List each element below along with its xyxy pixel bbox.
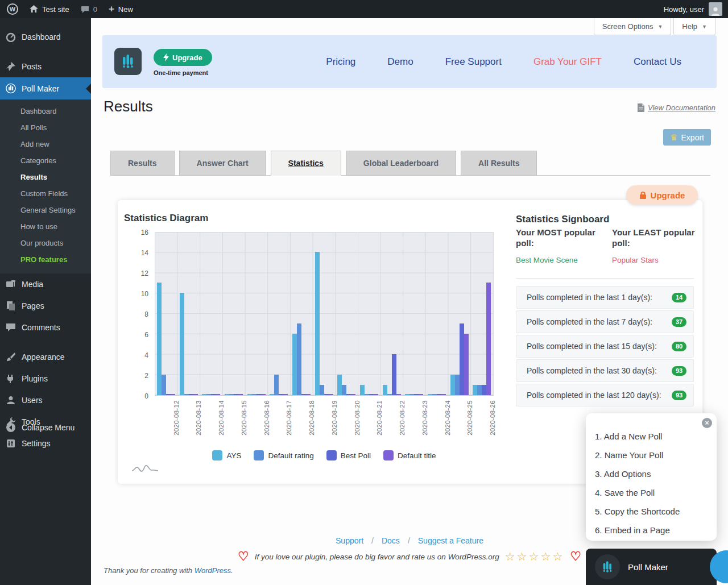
y-tick-label: 12 — [131, 269, 148, 277]
site-name-link[interactable]: Test site — [30, 5, 69, 14]
suggest-feature-link[interactable]: Suggest a Feature — [418, 536, 483, 545]
nav-pricing[interactable]: Pricing — [326, 56, 355, 68]
screen-options-button[interactable]: Screen Options ▼ — [594, 18, 672, 35]
lightning-bolt-icon — [163, 53, 169, 61]
rating-stars[interactable]: ☆☆☆☆☆ — [505, 550, 565, 563]
chart-title: Statistics Diagram — [124, 213, 208, 224]
upgrade-pro-button[interactable]: Upgrade — [626, 185, 698, 205]
count-badge: 14 — [672, 293, 686, 302]
tab-results[interactable]: Results — [110, 151, 175, 176]
submenu-all-polls[interactable]: All Polls — [0, 119, 91, 136]
tab-answer-chart[interactable]: Answer Chart — [179, 151, 266, 176]
support-link[interactable]: Support — [336, 536, 363, 545]
poll-maker-logo — [595, 554, 620, 579]
bar — [234, 394, 238, 395]
legend-label: Default title — [398, 451, 436, 460]
submenu-our-products[interactable]: Our products — [0, 235, 91, 251]
results-tabs: Results Answer Chart Statistics Global L… — [110, 151, 537, 176]
bar — [486, 283, 491, 395]
bar — [460, 323, 464, 395]
bar — [369, 394, 374, 395]
poll-maker-widget[interactable]: Poll Maker — [586, 549, 717, 585]
submenu-pro-features[interactable]: PRO features — [0, 251, 91, 268]
sidebar-item-plugins[interactable]: Plugins — [0, 368, 91, 389]
legend-swatch-icon — [383, 450, 394, 460]
close-icon[interactable]: × — [702, 418, 712, 428]
export-button[interactable]: ♛ Export — [663, 129, 711, 146]
sidebar-item-posts[interactable]: Posts — [0, 56, 91, 77]
wordpress-logo-icon[interactable]: W — [7, 3, 18, 15]
star-icon[interactable]: ☆ — [529, 550, 541, 563]
tab-global-leaderboard[interactable]: Global Leaderboard — [346, 151, 456, 176]
bar — [387, 394, 392, 395]
y-tick-label: 16 — [131, 229, 148, 237]
nav-demo[interactable]: Demo — [387, 56, 413, 68]
chevron-down-icon: ▼ — [657, 24, 663, 30]
sidebar-item-dashboard[interactable]: Dashboard — [0, 26, 91, 48]
signboard-divider — [516, 278, 694, 279]
paintbrush-icon — [6, 352, 16, 362]
account-menu[interactable]: Howdy, user — [664, 2, 728, 16]
star-icon[interactable]: ☆ — [517, 550, 529, 563]
bar — [306, 394, 311, 395]
submenu-results[interactable]: Results — [0, 169, 91, 185]
x-tick-label: 2020-08-16 — [263, 400, 270, 435]
bar-group-2020-08-14 — [200, 233, 222, 395]
tab-all-results[interactable]: All Results — [461, 151, 537, 176]
wordpress-link[interactable]: WordPress — [195, 566, 231, 575]
x-tick-label: 2020-08-19 — [331, 400, 338, 435]
tab-statistics[interactable]: Statistics — [271, 151, 341, 176]
bar — [274, 375, 279, 395]
sidebar-item-media[interactable]: Media — [0, 273, 91, 295]
bar — [211, 394, 216, 395]
bar — [464, 334, 469, 395]
docs-link[interactable]: Docs — [382, 536, 400, 545]
sidebar-item-comments[interactable]: Comments — [0, 317, 91, 338]
x-tick-label: 2020-08-25 — [466, 400, 473, 435]
new-content-button[interactable]: + New — [109, 3, 133, 15]
legend-swatch-icon — [254, 450, 264, 460]
user-icon — [6, 395, 16, 405]
least-popular-block: Your LEAST popular poll: Popular Stars — [612, 227, 703, 265]
collapse-menu-button[interactable]: Collapse Menu — [0, 417, 91, 438]
bar — [477, 385, 482, 395]
bar — [419, 394, 423, 395]
legend-swatch-icon — [326, 450, 337, 460]
bar-group-2020-08-24 — [425, 233, 448, 395]
view-documentation-link[interactable]: View Documentation — [638, 103, 715, 112]
sidebar-item-poll-maker[interactable]: Poll Maker — [0, 77, 91, 99]
quick-guide-popup: × 1. Add a New Poll2. Name Your Poll3. A… — [586, 413, 717, 541]
nav-grab-your-gift[interactable]: Grab Your GIFT — [533, 56, 602, 68]
sidebar-item-users[interactable]: Users — [0, 389, 91, 411]
star-icon[interactable]: ☆ — [552, 550, 564, 563]
sidebar-item-appearance[interactable]: Appearance — [0, 346, 91, 368]
y-tick-label: 0 — [131, 392, 148, 400]
upgrade-button[interactable]: Upgrade — [154, 49, 212, 66]
comments-indicator[interactable]: 0 — [81, 5, 97, 14]
plus-icon: + — [109, 3, 114, 15]
row-label: Polls completed in the last 30 day(s): — [527, 366, 657, 375]
bar — [455, 375, 460, 395]
least-popular-value: Popular Stars — [612, 256, 703, 265]
submenu-custom-fields[interactable]: Custom Fields — [0, 185, 91, 202]
bar — [315, 252, 320, 395]
star-icon[interactable]: ☆ — [505, 550, 517, 563]
star-icon[interactable]: ☆ — [540, 550, 552, 563]
nav-contact-us[interactable]: Contact Us — [634, 56, 681, 68]
legend-item: AYS — [212, 450, 241, 460]
submenu-categories[interactable]: Categories — [0, 152, 91, 169]
submenu-dashboard[interactable]: Dashboard — [0, 103, 91, 119]
bar — [184, 394, 189, 395]
heart-icon: ♡ — [570, 549, 581, 564]
submenu-how-to-use[interactable]: How to use — [0, 218, 91, 235]
bar — [279, 394, 283, 395]
count-badge: 93 — [672, 366, 686, 376]
submenu-general-settings[interactable]: General Settings — [0, 202, 91, 218]
submenu-add-new[interactable]: Add new — [0, 136, 91, 152]
table-row: Polls completed in the last 30 day(s):93 — [516, 359, 694, 382]
sidebar-item-pages[interactable]: Pages — [0, 295, 91, 317]
help-button[interactable]: Help ▼ — [673, 18, 715, 35]
guide-step: 6. Embed in a Page — [595, 521, 717, 540]
bar — [257, 394, 261, 395]
nav-free-support[interactable]: Free Support — [445, 56, 502, 68]
